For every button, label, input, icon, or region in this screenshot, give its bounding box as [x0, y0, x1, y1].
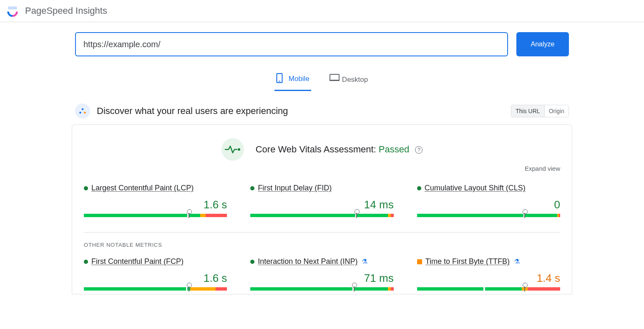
scope-toggle: This URL Origin [511, 105, 569, 117]
metric-name: Interaction to Next Paint (INP) [258, 257, 357, 266]
tab-mobile-label: Mobile [289, 75, 309, 83]
metric-fcp[interactable]: First Contentful Paint (FCP) 1.6 s [84, 257, 227, 291]
analyze-button[interactable]: Analyze [516, 32, 569, 56]
section-header: Discover what your real users are experi… [72, 104, 572, 119]
svg-rect-3 [330, 74, 339, 80]
tab-mobile[interactable]: Mobile [274, 70, 311, 91]
percentile-marker [189, 285, 189, 293]
metric-cls[interactable]: Cumulative Layout Shift (CLS) 0 [417, 184, 560, 217]
metric-name: First Input Delay (FID) [258, 184, 332, 192]
metric-value: 14 ms [250, 198, 393, 211]
toggle-origin[interactable]: Origin [544, 105, 569, 117]
crux-icon [75, 104, 90, 119]
topbar: PageSpeed Insights [0, 0, 644, 22]
cwv-assessment: Core Web Vitals Assessment: Passed ? [84, 138, 560, 161]
svg-rect-4 [330, 80, 340, 81]
assessment-status: Passed [379, 144, 409, 154]
svg-rect-2 [279, 81, 280, 82]
metric-name: Cumulative Layout Shift (CLS) [425, 184, 526, 192]
subheader-other: OTHER NOTABLE METRICS [84, 242, 560, 248]
svg-point-6 [79, 111, 81, 114]
distribution-bar [417, 214, 560, 217]
experimental-icon: ⚗ [362, 258, 367, 266]
tab-desktop[interactable]: Desktop [328, 70, 370, 91]
status-dot [250, 186, 254, 190]
status-dot [417, 186, 421, 190]
metric-value: 71 ms [250, 272, 393, 285]
percentile-marker [524, 211, 525, 220]
url-input[interactable] [75, 32, 508, 56]
metric-value: 1.6 s [84, 272, 227, 285]
svg-point-7 [84, 111, 86, 114]
percentile-marker [524, 285, 525, 293]
core-metrics-grid: Largest Contentful Paint (LCP) 1.6 s Fir… [84, 184, 560, 217]
svg-point-5 [82, 108, 84, 110]
distribution-bar [84, 287, 227, 291]
other-metrics-grid: First Contentful Paint (FCP) 1.6 s Inter… [84, 257, 560, 291]
expand-view-link[interactable]: Expand view [84, 165, 560, 172]
device-tabs: Mobile Desktop [0, 70, 644, 91]
toggle-this-url[interactable]: This URL [511, 105, 544, 117]
metric-value: 1.4 s [417, 272, 560, 285]
svg-point-8 [238, 148, 240, 151]
metric-inp[interactable]: Interaction to Next Paint (INP) ⚗71 ms [250, 257, 393, 291]
desktop-icon [330, 74, 338, 86]
distribution-bar [250, 214, 393, 217]
section-title: Discover what your real users are experi… [97, 106, 288, 116]
assessment-text: Core Web Vitals Assessment: Passed ? [256, 144, 423, 155]
metric-value: 0 [417, 198, 560, 211]
mobile-icon [276, 73, 284, 85]
help-icon[interactable]: ? [415, 146, 423, 154]
status-dot [250, 260, 254, 264]
app-title: PageSpeed Insights [25, 5, 107, 16]
metric-ttfb[interactable]: Time to First Byte (TTFB) ⚗1.4 s [417, 257, 560, 291]
experimental-icon: ⚗ [514, 258, 520, 266]
metric-fid[interactable]: First Input Delay (FID) 14 ms [250, 184, 393, 217]
metric-name: Largest Contentful Paint (LCP) [91, 184, 194, 192]
assessment-prefix: Core Web Vitals Assessment: [256, 144, 379, 154]
metric-name: Time to First Byte (TTFB) [425, 257, 510, 266]
svg-rect-0 [8, 7, 17, 10]
tab-desktop-label: Desktop [342, 76, 368, 84]
status-dot [84, 260, 88, 264]
metric-lcp[interactable]: Largest Contentful Paint (LCP) 1.6 s [84, 184, 227, 217]
metric-value: 1.6 s [84, 198, 227, 211]
pulse-icon [221, 138, 244, 161]
distribution-bar [250, 287, 393, 291]
percentile-marker [356, 211, 357, 220]
search-row: Analyze [72, 32, 572, 56]
divider [84, 232, 560, 233]
percentile-marker [354, 285, 355, 293]
status-dot [84, 186, 88, 190]
distribution-bar [84, 214, 227, 217]
status-dot [417, 259, 422, 264]
pagespeed-logo-icon [7, 5, 18, 17]
results-card: Core Web Vitals Assessment: Passed ? Exp… [72, 124, 572, 294]
metric-name: First Contentful Paint (FCP) [91, 257, 184, 266]
distribution-bar [417, 287, 560, 291]
percentile-marker [189, 211, 189, 220]
